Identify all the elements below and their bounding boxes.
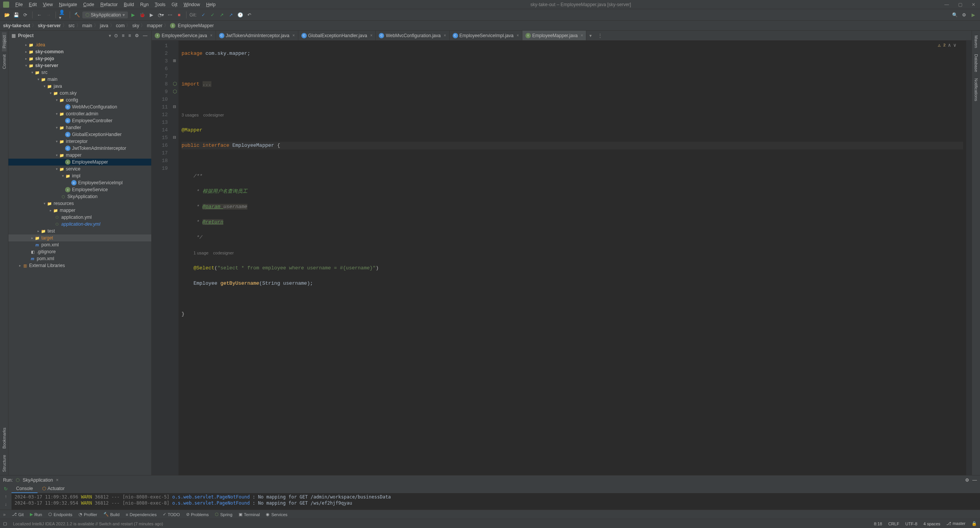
console-output[interactable]: 2024-03-17 11:09:32.696 WARN 36812 --- [… bbox=[11, 493, 980, 510]
next-highlight-icon[interactable]: ∨ bbox=[953, 42, 956, 48]
stop-icon[interactable]: ■ bbox=[175, 11, 183, 19]
menu-help[interactable]: Help bbox=[203, 2, 219, 7]
git-rollback-icon[interactable]: ↶ bbox=[245, 11, 253, 19]
reload-icon[interactable]: ⟳ bbox=[21, 11, 29, 19]
line-separator[interactable]: CRLF bbox=[888, 521, 899, 526]
close-icon[interactable]: × bbox=[581, 33, 583, 38]
attach-icon[interactable]: ⋯ bbox=[166, 11, 174, 19]
indent[interactable]: 4 spaces bbox=[923, 521, 940, 526]
tab-dropdown-icon[interactable]: ▾ bbox=[586, 31, 595, 40]
notifications-tab[interactable]: Notifications bbox=[974, 75, 978, 104]
tree-interceptor[interactable]: ▾📁interceptor bbox=[8, 138, 151, 145]
search-icon[interactable]: 🔍 bbox=[951, 11, 959, 19]
git-tool[interactable]: ⎇Git bbox=[12, 512, 24, 517]
tab-geh[interactable]: CGlobalExceptionHandler.java× bbox=[298, 31, 376, 40]
close-button[interactable]: ✕ bbox=[970, 2, 977, 7]
save-icon[interactable]: 💾 bbox=[12, 11, 20, 19]
crumb-module[interactable]: sky-server bbox=[38, 23, 61, 28]
maximize-button[interactable]: ▢ bbox=[957, 2, 964, 7]
editor-content[interactable]: 1 2 3 6 7 8 9 10 11 12 13 14 15 16 17 18… bbox=[152, 41, 972, 475]
menu-window[interactable]: Window bbox=[180, 2, 203, 7]
run-tool[interactable]: ▶Run bbox=[30, 512, 42, 517]
tree-handler[interactable]: ▾📁handler bbox=[8, 124, 151, 131]
crumb-com[interactable]: com bbox=[116, 23, 125, 28]
run-hide-icon[interactable]: — bbox=[972, 477, 977, 483]
project-title[interactable]: Project bbox=[18, 33, 106, 38]
tree-sky-common[interactable]: ▸📁sky-common bbox=[8, 48, 151, 55]
tab-empimpl[interactable]: CEmployeeServiceImpl.java× bbox=[450, 31, 522, 40]
impl-icon[interactable]: ⬡ bbox=[171, 88, 178, 96]
tree-src[interactable]: ▾📁src bbox=[8, 69, 151, 76]
cursor-position[interactable]: 8:18 bbox=[874, 521, 882, 526]
close-icon[interactable]: × bbox=[517, 33, 519, 38]
git-commit-icon[interactable]: ✓ bbox=[209, 11, 216, 19]
minimize-button[interactable]: — bbox=[943, 2, 951, 7]
collapse-all-icon[interactable]: ≡ bbox=[128, 33, 132, 38]
tree-sky-pojo[interactable]: ▸📁sky-pojo bbox=[8, 55, 151, 62]
forward-icon[interactable]: → bbox=[45, 11, 52, 19]
crumb-sky[interactable]: sky bbox=[132, 23, 139, 28]
git-history-icon[interactable]: 🕐 bbox=[236, 11, 244, 19]
profiler-tool[interactable]: ◔Profiler bbox=[79, 512, 97, 517]
run-settings-icon[interactable]: ⚙ bbox=[965, 477, 969, 483]
maven-tab[interactable]: Maven bbox=[974, 32, 978, 51]
tab-jwt[interactable]: CJwtTokenAdminInterceptor.java× bbox=[216, 31, 298, 40]
close-icon[interactable]: × bbox=[210, 33, 213, 38]
debug-icon[interactable]: 🐞 bbox=[139, 11, 146, 19]
crumb-mapper[interactable]: mapper bbox=[147, 23, 162, 28]
tree-empimpl[interactable]: CEmployeeServiceImpl bbox=[8, 179, 151, 186]
warning-icon[interactable]: ⚠ bbox=[938, 42, 941, 48]
terminal-tool[interactable]: ▣Terminal bbox=[239, 512, 260, 517]
tree-idea[interactable]: ▸📁.idea bbox=[8, 41, 151, 48]
tree-app-dev-yml[interactable]: ⬡application-dev.yml bbox=[8, 221, 151, 228]
fold-icon[interactable]: ⊞ bbox=[171, 57, 178, 65]
tree-test[interactable]: ▸📁test bbox=[8, 228, 151, 234]
crumb-java[interactable]: java bbox=[100, 23, 108, 28]
prev-highlight-icon[interactable]: ∧ bbox=[948, 42, 951, 48]
select-opened-icon[interactable]: ⊙ bbox=[113, 33, 119, 38]
problems-tool[interactable]: ⊘Problems bbox=[186, 512, 209, 517]
project-tab[interactable]: Project bbox=[2, 32, 7, 51]
menu-file[interactable]: FFileile bbox=[12, 2, 26, 7]
tree-pom-root[interactable]: mpom.xml bbox=[8, 255, 151, 262]
services-tool[interactable]: ◉Services bbox=[266, 512, 287, 517]
todo-tool[interactable]: ✓TODO bbox=[163, 512, 180, 517]
tree-app-yml[interactable]: ⬡application.yml bbox=[8, 214, 151, 221]
tree-empservice[interactable]: IEmployeeService bbox=[8, 186, 151, 193]
console-tab[interactable]: Console bbox=[11, 485, 38, 493]
tree-webmvc[interactable]: CWebMvcConfiguration bbox=[8, 103, 151, 110]
rerun-icon[interactable]: ↻ bbox=[4, 486, 8, 492]
database-tab[interactable]: Database bbox=[974, 51, 978, 75]
usage-hint[interactable]: 1 usage codesigner bbox=[193, 251, 234, 255]
lock-icon[interactable]: 🔒 bbox=[972, 521, 977, 526]
tree-empmapper[interactable]: IEmployeeMapper bbox=[8, 159, 151, 166]
menu-build[interactable]: Build bbox=[121, 2, 137, 7]
tree-extlib[interactable]: ▸▥External Libraries bbox=[8, 262, 151, 269]
back-icon[interactable]: ← bbox=[36, 11, 43, 19]
tree-skyapp[interactable]: ⬡SkyApplication bbox=[8, 193, 151, 200]
tab-webmvc[interactable]: CWebMvcConfiguration.java× bbox=[376, 31, 449, 40]
profile-icon[interactable]: ◔▾ bbox=[157, 11, 165, 19]
tree-service[interactable]: ▾📁service bbox=[8, 166, 151, 172]
coverage-icon[interactable]: ▶ bbox=[148, 11, 155, 19]
encoding[interactable]: UTF-8 bbox=[905, 521, 917, 526]
close-icon[interactable]: × bbox=[444, 33, 446, 38]
deps-tool[interactable]: ≡Dependencies bbox=[126, 512, 157, 517]
close-run-icon[interactable]: × bbox=[56, 477, 59, 483]
structure-tab[interactable]: Structure bbox=[2, 452, 7, 475]
crumb-class[interactable]: EmployeeMapper bbox=[178, 23, 214, 28]
tree-comsky[interactable]: ▾📁com.sky bbox=[8, 90, 151, 97]
down-icon[interactable]: ↓ bbox=[5, 502, 7, 507]
status-message[interactable]: Localized IntelliJ IDEA 2022.1.2 is avai… bbox=[13, 521, 868, 526]
gear-icon[interactable]: ⚙ bbox=[134, 33, 140, 38]
git-pull-icon[interactable]: ↗ bbox=[227, 11, 235, 19]
menu-navigate[interactable]: Navigate bbox=[56, 2, 80, 7]
settings-icon[interactable]: ⚙ bbox=[960, 11, 968, 19]
hammer-icon[interactable]: 🔨 bbox=[73, 11, 81, 19]
close-icon[interactable]: × bbox=[370, 33, 373, 38]
tree-sky-server[interactable]: ▾📁sky-server bbox=[8, 62, 151, 69]
tree-empcontroller[interactable]: CEmployeeController bbox=[8, 117, 151, 124]
crumb-main[interactable]: main bbox=[82, 23, 92, 28]
close-icon[interactable]: × bbox=[293, 33, 295, 38]
project-tree[interactable]: ▸📁.idea ▸📁sky-common ▸📁sky-pojo ▾📁sky-se… bbox=[8, 41, 151, 475]
